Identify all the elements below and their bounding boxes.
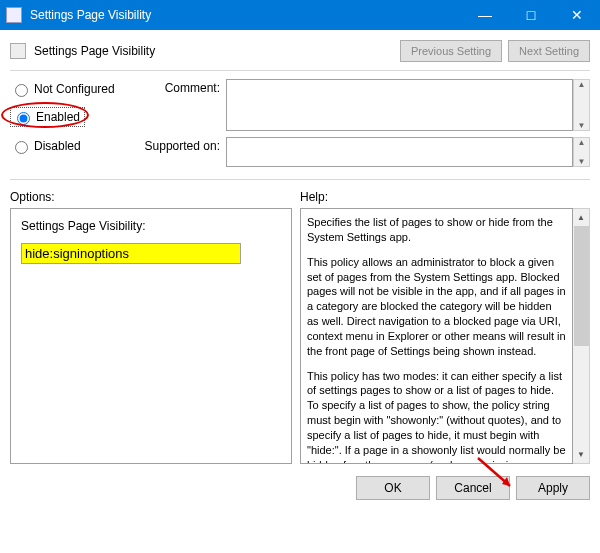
policy-title: Settings Page Visibility	[34, 44, 394, 58]
supported-on-textarea	[226, 137, 573, 167]
maximize-button[interactable]: □	[508, 0, 554, 30]
help-paragraph: This policy allows an administrator to b…	[307, 255, 566, 359]
policy-icon	[10, 43, 26, 59]
scrollbar[interactable]: ▲▼	[573, 79, 590, 131]
titlebar: Settings Page Visibility — □ ✕	[0, 0, 600, 30]
settings-page-visibility-input[interactable]	[21, 243, 241, 264]
scroll-up-icon[interactable]: ▲	[574, 209, 589, 226]
previous-setting-button[interactable]: Previous Setting	[400, 40, 502, 62]
window-title: Settings Page Visibility	[30, 8, 462, 22]
radio-label: Disabled	[34, 139, 81, 153]
radio-label: Not Configured	[34, 82, 115, 96]
scrollbar[interactable]: ▲▼	[573, 137, 590, 167]
state-radio-group: Not Configured Enabled Disabled	[10, 79, 130, 173]
apply-button[interactable]: Apply	[516, 476, 590, 500]
next-setting-button[interactable]: Next Setting	[508, 40, 590, 62]
radio-disabled[interactable]: Disabled	[10, 138, 130, 154]
close-button[interactable]: ✕	[554, 0, 600, 30]
cancel-button[interactable]: Cancel	[436, 476, 510, 500]
scroll-thumb[interactable]	[574, 226, 589, 346]
scroll-down-icon[interactable]: ▼	[574, 446, 589, 463]
help-paragraph: This policy has two modes: it can either…	[307, 369, 566, 464]
options-section-label: Options:	[10, 190, 300, 204]
radio-enabled[interactable]: Enabled	[10, 107, 85, 127]
supported-on-label: Supported on:	[136, 137, 226, 167]
comment-label: Comment:	[136, 79, 226, 131]
app-icon	[6, 7, 22, 23]
radio-label: Enabled	[36, 110, 80, 124]
help-section-label: Help:	[300, 190, 328, 204]
help-paragraph: Specifies the list of pages to show or h…	[307, 215, 566, 245]
comment-textarea[interactable]	[226, 79, 573, 131]
options-panel: Settings Page Visibility:	[10, 208, 292, 464]
ok-button[interactable]: OK	[356, 476, 430, 500]
radio-not-configured[interactable]: Not Configured	[10, 81, 130, 97]
option-field-label: Settings Page Visibility:	[21, 219, 281, 233]
minimize-button[interactable]: —	[462, 0, 508, 30]
scrollbar[interactable]: ▲ ▼	[573, 208, 590, 464]
help-text: Specifies the list of pages to show or h…	[300, 208, 573, 464]
